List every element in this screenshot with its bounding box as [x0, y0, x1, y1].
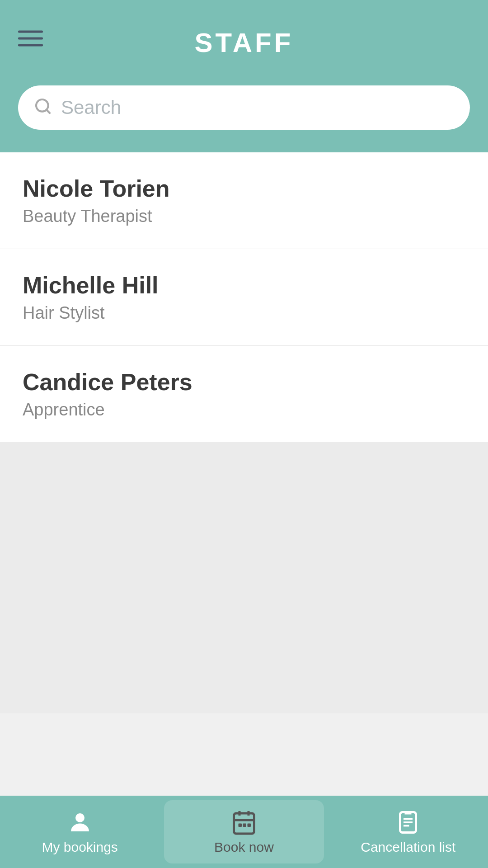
person-icon	[66, 809, 94, 836]
hamburger-line-3	[18, 44, 43, 46]
staff-name: Michelle Hill	[23, 272, 465, 299]
menu-button[interactable]	[18, 30, 43, 46]
nav-cancellation-label: Cancellation list	[361, 840, 455, 855]
search-container	[0, 76, 488, 152]
svg-rect-8	[243, 824, 246, 827]
staff-role: Apprentice	[23, 400, 465, 420]
staff-item[interactable]: Michelle HillHair Stylist	[0, 249, 488, 346]
nav-book-now-label: Book now	[214, 840, 274, 855]
main-content: STAFF Nicole TorienBeauty TherapistMiche…	[0, 0, 488, 786]
staff-name: Nicole Torien	[23, 175, 465, 202]
svg-rect-7	[238, 824, 242, 827]
header: STAFF	[0, 0, 488, 76]
search-input[interactable]	[61, 97, 454, 118]
nav-my-bookings[interactable]: My bookings	[0, 796, 160, 868]
calendar-icon	[230, 809, 258, 836]
nav-my-bookings-label: My bookings	[42, 840, 117, 855]
staff-list: Nicole TorienBeauty TherapistMichelle Hi…	[0, 152, 488, 442]
staff-role: Beauty Therapist	[23, 207, 465, 226]
nav-book-now[interactable]: Book now	[164, 800, 324, 863]
page-title: STAFF	[195, 27, 294, 58]
search-icon	[34, 97, 52, 118]
staff-item[interactable]: Nicole TorienBeauty Therapist	[0, 152, 488, 249]
search-box	[18, 85, 470, 130]
bottom-navigation: My bookings Book now Cancellation list	[0, 796, 488, 868]
hamburger-line-1	[18, 30, 43, 33]
staff-role: Hair Stylist	[23, 303, 465, 323]
staff-name: Candice Peters	[23, 368, 465, 396]
svg-rect-9	[247, 824, 251, 827]
empty-area	[0, 442, 488, 713]
nav-cancellation-list[interactable]: Cancellation list	[328, 796, 488, 868]
svg-point-2	[75, 813, 84, 822]
clipboard-icon	[394, 809, 422, 836]
svg-line-1	[47, 110, 50, 113]
hamburger-line-2	[18, 37, 43, 39]
staff-item[interactable]: Candice PetersApprentice	[0, 346, 488, 442]
